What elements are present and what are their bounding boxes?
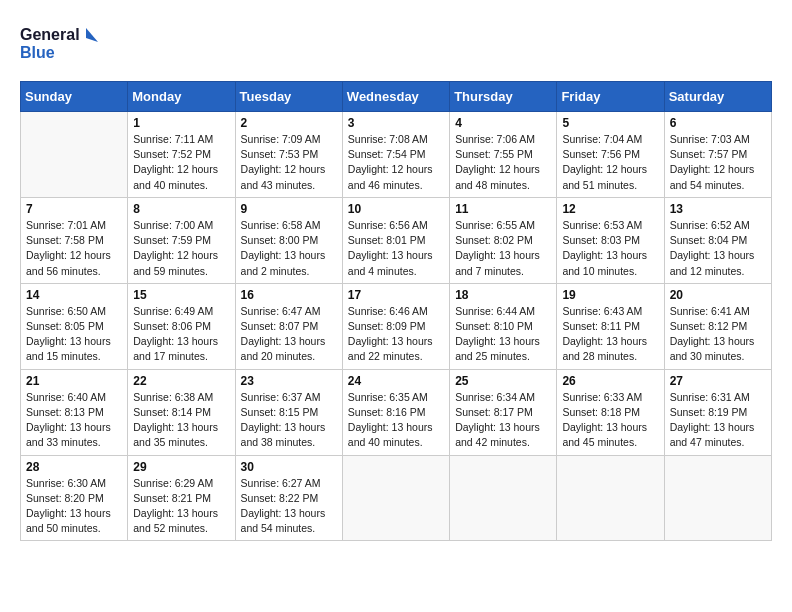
day-number: 4 xyxy=(455,116,551,130)
day-number: 19 xyxy=(562,288,658,302)
calendar-cell: 21Sunrise: 6:40 AMSunset: 8:13 PMDayligh… xyxy=(21,369,128,455)
day-number: 6 xyxy=(670,116,766,130)
cell-info: Sunrise: 6:34 AMSunset: 8:17 PMDaylight:… xyxy=(455,390,551,451)
cell-info: Sunrise: 7:09 AMSunset: 7:53 PMDaylight:… xyxy=(241,132,337,193)
day-number: 14 xyxy=(26,288,122,302)
day-number: 11 xyxy=(455,202,551,216)
calendar-cell: 30Sunrise: 6:27 AMSunset: 8:22 PMDayligh… xyxy=(235,455,342,541)
day-number: 27 xyxy=(670,374,766,388)
page-header: General Blue xyxy=(20,20,772,65)
calendar-header-row: SundayMondayTuesdayWednesdayThursdayFrid… xyxy=(21,82,772,112)
day-number: 1 xyxy=(133,116,229,130)
cell-info: Sunrise: 6:44 AMSunset: 8:10 PMDaylight:… xyxy=(455,304,551,365)
week-row-5: 28Sunrise: 6:30 AMSunset: 8:20 PMDayligh… xyxy=(21,455,772,541)
day-number: 17 xyxy=(348,288,444,302)
day-number: 29 xyxy=(133,460,229,474)
week-row-3: 14Sunrise: 6:50 AMSunset: 8:05 PMDayligh… xyxy=(21,283,772,369)
column-header-wednesday: Wednesday xyxy=(342,82,449,112)
calendar-cell: 22Sunrise: 6:38 AMSunset: 8:14 PMDayligh… xyxy=(128,369,235,455)
week-row-1: 1Sunrise: 7:11 AMSunset: 7:52 PMDaylight… xyxy=(21,112,772,198)
day-number: 22 xyxy=(133,374,229,388)
day-number: 3 xyxy=(348,116,444,130)
day-number: 2 xyxy=(241,116,337,130)
cell-info: Sunrise: 7:01 AMSunset: 7:58 PMDaylight:… xyxy=(26,218,122,279)
cell-info: Sunrise: 6:46 AMSunset: 8:09 PMDaylight:… xyxy=(348,304,444,365)
day-number: 9 xyxy=(241,202,337,216)
calendar-cell: 9Sunrise: 6:58 AMSunset: 8:00 PMDaylight… xyxy=(235,197,342,283)
calendar-cell: 11Sunrise: 6:55 AMSunset: 8:02 PMDayligh… xyxy=(450,197,557,283)
calendar-cell: 26Sunrise: 6:33 AMSunset: 8:18 PMDayligh… xyxy=(557,369,664,455)
cell-info: Sunrise: 7:04 AMSunset: 7:56 PMDaylight:… xyxy=(562,132,658,193)
calendar-cell: 23Sunrise: 6:37 AMSunset: 8:15 PMDayligh… xyxy=(235,369,342,455)
cell-info: Sunrise: 7:00 AMSunset: 7:59 PMDaylight:… xyxy=(133,218,229,279)
column-header-monday: Monday xyxy=(128,82,235,112)
svg-marker-2 xyxy=(86,28,98,42)
cell-info: Sunrise: 7:08 AMSunset: 7:54 PMDaylight:… xyxy=(348,132,444,193)
day-number: 5 xyxy=(562,116,658,130)
day-number: 18 xyxy=(455,288,551,302)
calendar-cell: 5Sunrise: 7:04 AMSunset: 7:56 PMDaylight… xyxy=(557,112,664,198)
cell-info: Sunrise: 6:49 AMSunset: 8:06 PMDaylight:… xyxy=(133,304,229,365)
calendar-cell: 20Sunrise: 6:41 AMSunset: 8:12 PMDayligh… xyxy=(664,283,771,369)
calendar-cell: 6Sunrise: 7:03 AMSunset: 7:57 PMDaylight… xyxy=(664,112,771,198)
svg-text:General: General xyxy=(20,26,80,43)
calendar-cell: 16Sunrise: 6:47 AMSunset: 8:07 PMDayligh… xyxy=(235,283,342,369)
calendar-cell xyxy=(342,455,449,541)
logo: General Blue xyxy=(20,20,100,65)
column-header-tuesday: Tuesday xyxy=(235,82,342,112)
calendar-cell: 12Sunrise: 6:53 AMSunset: 8:03 PMDayligh… xyxy=(557,197,664,283)
day-number: 21 xyxy=(26,374,122,388)
day-number: 15 xyxy=(133,288,229,302)
cell-info: Sunrise: 7:03 AMSunset: 7:57 PMDaylight:… xyxy=(670,132,766,193)
cell-info: Sunrise: 6:37 AMSunset: 8:15 PMDaylight:… xyxy=(241,390,337,451)
day-number: 28 xyxy=(26,460,122,474)
day-number: 13 xyxy=(670,202,766,216)
cell-info: Sunrise: 6:52 AMSunset: 8:04 PMDaylight:… xyxy=(670,218,766,279)
day-number: 10 xyxy=(348,202,444,216)
calendar-cell xyxy=(21,112,128,198)
day-number: 26 xyxy=(562,374,658,388)
calendar-cell: 25Sunrise: 6:34 AMSunset: 8:17 PMDayligh… xyxy=(450,369,557,455)
day-number: 23 xyxy=(241,374,337,388)
day-number: 25 xyxy=(455,374,551,388)
cell-info: Sunrise: 6:55 AMSunset: 8:02 PMDaylight:… xyxy=(455,218,551,279)
cell-info: Sunrise: 6:35 AMSunset: 8:16 PMDaylight:… xyxy=(348,390,444,451)
calendar-cell: 18Sunrise: 6:44 AMSunset: 8:10 PMDayligh… xyxy=(450,283,557,369)
calendar-cell: 7Sunrise: 7:01 AMSunset: 7:58 PMDaylight… xyxy=(21,197,128,283)
calendar-cell: 4Sunrise: 7:06 AMSunset: 7:55 PMDaylight… xyxy=(450,112,557,198)
day-number: 12 xyxy=(562,202,658,216)
calendar-cell: 3Sunrise: 7:08 AMSunset: 7:54 PMDaylight… xyxy=(342,112,449,198)
cell-info: Sunrise: 6:47 AMSunset: 8:07 PMDaylight:… xyxy=(241,304,337,365)
cell-info: Sunrise: 6:27 AMSunset: 8:22 PMDaylight:… xyxy=(241,476,337,537)
calendar-table: SundayMondayTuesdayWednesdayThursdayFrid… xyxy=(20,81,772,541)
day-number: 8 xyxy=(133,202,229,216)
day-number: 30 xyxy=(241,460,337,474)
calendar-cell: 15Sunrise: 6:49 AMSunset: 8:06 PMDayligh… xyxy=(128,283,235,369)
logo-svg: General Blue xyxy=(20,20,100,65)
column-header-saturday: Saturday xyxy=(664,82,771,112)
calendar-cell: 24Sunrise: 6:35 AMSunset: 8:16 PMDayligh… xyxy=(342,369,449,455)
day-number: 20 xyxy=(670,288,766,302)
cell-info: Sunrise: 6:30 AMSunset: 8:20 PMDaylight:… xyxy=(26,476,122,537)
day-number: 24 xyxy=(348,374,444,388)
calendar-cell: 17Sunrise: 6:46 AMSunset: 8:09 PMDayligh… xyxy=(342,283,449,369)
cell-info: Sunrise: 6:40 AMSunset: 8:13 PMDaylight:… xyxy=(26,390,122,451)
calendar-cell: 1Sunrise: 7:11 AMSunset: 7:52 PMDaylight… xyxy=(128,112,235,198)
calendar-cell xyxy=(664,455,771,541)
calendar-cell: 10Sunrise: 6:56 AMSunset: 8:01 PMDayligh… xyxy=(342,197,449,283)
column-header-sunday: Sunday xyxy=(21,82,128,112)
cell-info: Sunrise: 6:41 AMSunset: 8:12 PMDaylight:… xyxy=(670,304,766,365)
calendar-cell: 14Sunrise: 6:50 AMSunset: 8:05 PMDayligh… xyxy=(21,283,128,369)
cell-info: Sunrise: 6:31 AMSunset: 8:19 PMDaylight:… xyxy=(670,390,766,451)
calendar-cell: 27Sunrise: 6:31 AMSunset: 8:19 PMDayligh… xyxy=(664,369,771,455)
calendar-cell: 29Sunrise: 6:29 AMSunset: 8:21 PMDayligh… xyxy=(128,455,235,541)
column-header-friday: Friday xyxy=(557,82,664,112)
cell-info: Sunrise: 6:29 AMSunset: 8:21 PMDaylight:… xyxy=(133,476,229,537)
column-header-thursday: Thursday xyxy=(450,82,557,112)
calendar-cell: 19Sunrise: 6:43 AMSunset: 8:11 PMDayligh… xyxy=(557,283,664,369)
week-row-2: 7Sunrise: 7:01 AMSunset: 7:58 PMDaylight… xyxy=(21,197,772,283)
cell-info: Sunrise: 6:38 AMSunset: 8:14 PMDaylight:… xyxy=(133,390,229,451)
cell-info: Sunrise: 6:33 AMSunset: 8:18 PMDaylight:… xyxy=(562,390,658,451)
cell-info: Sunrise: 6:50 AMSunset: 8:05 PMDaylight:… xyxy=(26,304,122,365)
calendar-cell: 2Sunrise: 7:09 AMSunset: 7:53 PMDaylight… xyxy=(235,112,342,198)
